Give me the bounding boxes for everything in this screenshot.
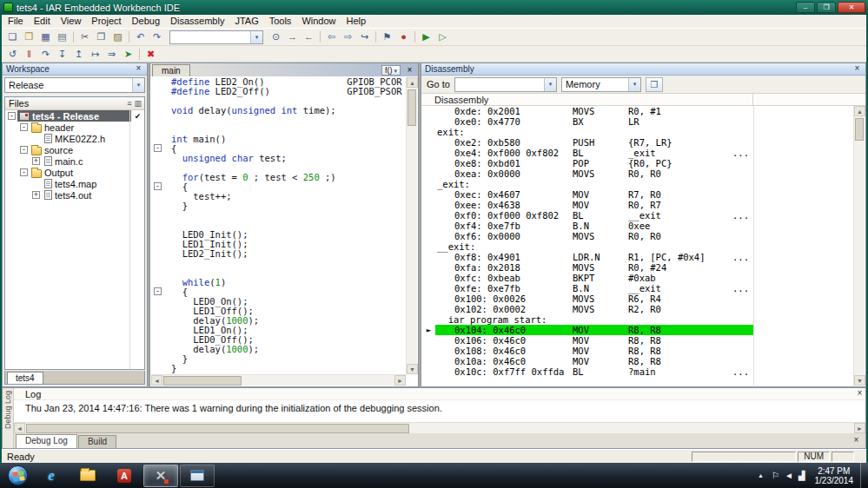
show-hidden-icons-button[interactable]: ▲ <box>752 472 769 478</box>
disassembly-row[interactable]: 0x10c: 0xf7ff 0xffdaBL?main... <box>422 366 853 377</box>
close-icon[interactable]: × <box>851 436 862 445</box>
find-combobox[interactable]: ▾ <box>169 30 263 44</box>
chevron-down-icon[interactable]: ▾ <box>132 78 144 92</box>
tree-item-tets4-map[interactable]: tets4.map <box>5 178 144 189</box>
code-line[interactable] <box>151 211 406 221</box>
step-out-button[interactable]: ↥ <box>70 47 87 62</box>
taskbar-internet-explorer-button[interactable]: e <box>34 465 69 487</box>
code-line[interactable]: LED2_Init(); <box>151 249 406 259</box>
scroll-down-icon[interactable]: ▼ <box>854 375 865 386</box>
log-side-tab[interactable]: Debug Log <box>3 388 14 448</box>
disassembly-row[interactable]: 0xe2: 0xb580PUSH{R7, LR} <box>422 137 853 148</box>
log-tab-build[interactable]: Build <box>78 435 116 448</box>
scroll-right-icon[interactable]: ► <box>854 423 865 433</box>
taskbar-clock[interactable]: 2:47 PM 1/23/2014 <box>808 466 861 485</box>
new-document-button[interactable]: ❏ <box>4 30 21 44</box>
disassembly-row[interactable]: 0xf8: 0x4901LDR.NR1, [PC, #0x4]... <box>422 252 853 262</box>
disassembly-row[interactable]: 0xea: 0x0000MOVSR0, R0 <box>422 168 853 179</box>
workspace-tab-tets4[interactable]: tets4 <box>7 372 43 384</box>
maximize-button[interactable]: ❐ <box>817 2 836 13</box>
editor-horizontal-scrollbar[interactable]: ◄ ► <box>151 374 406 386</box>
toggle-breakpoint-button[interactable]: ● <box>395 30 412 44</box>
code-line[interactable]: } <box>151 201 406 211</box>
disassembly-row[interactable]: 0xe0: 0x4770BXLR <box>422 116 853 127</box>
scrollbar-thumb[interactable] <box>855 118 864 141</box>
menu-window[interactable]: Window <box>296 15 341 28</box>
disassembly-row[interactable]: 0xf0: 0xf000 0xf802BL__exit... <box>422 210 853 221</box>
scrollbar-thumb[interactable] <box>407 89 416 126</box>
disassembly-label-row[interactable]: exit: <box>422 127 853 137</box>
cut-button[interactable]: ✂ <box>76 30 93 44</box>
disassembly-row[interactable]: 0xe8: 0xbd01POP{R0, PC} <box>422 158 853 168</box>
collapse-icon[interactable]: - <box>20 146 28 154</box>
step-over-button[interactable]: ↷ <box>37 47 54 62</box>
menu-tools[interactable]: Tools <box>264 15 297 28</box>
code-line[interactable] <box>151 259 406 268</box>
tree-item-main-c[interactable]: +main.c <box>5 155 144 167</box>
taskbar-iar-window-button[interactable] <box>180 465 215 487</box>
copy-button[interactable]: ❐ <box>93 30 109 44</box>
find-button[interactable]: ⊙ <box>268 30 284 44</box>
collapse-icon[interactable]: - <box>8 112 16 120</box>
expand-icon[interactable]: + <box>32 157 40 165</box>
disassembly-label-row[interactable]: __exit: <box>422 241 853 252</box>
go-to-button[interactable]: ↪ <box>356 30 373 44</box>
disassembly-row[interactable]: 0x102: 0x0002MOVSR2, R0 <box>422 304 853 314</box>
disassembly-row[interactable]: 0xf4: 0xe7fbB.N0xee <box>422 221 853 231</box>
step-into-button[interactable]: ↧ <box>54 47 70 62</box>
close-icon[interactable]: × <box>851 64 863 74</box>
reset-button[interactable]: ↺ <box>4 47 21 62</box>
code-line[interactable]: unsigned char test; <box>151 154 406 163</box>
chevron-down-icon[interactable]: ▾ <box>544 78 556 91</box>
menu-project[interactable]: Project <box>86 15 126 28</box>
scroll-left-icon[interactable]: ◄ <box>14 423 25 433</box>
tree-item-tets4-out[interactable]: +tets4.out <box>5 189 144 201</box>
collapse-icon[interactable]: - <box>154 287 162 295</box>
download-and-debug-button[interactable]: ▶ <box>418 30 434 44</box>
menu-edit[interactable]: Edit <box>29 15 56 28</box>
disassembly-row[interactable]: 0xe4: 0xf000 0xf802BL_exit... <box>422 148 853 158</box>
disassembly-vertical-scrollbar[interactable]: ▲ ▼ <box>853 106 865 386</box>
collapse-icon[interactable]: - <box>154 182 162 190</box>
scroll-right-icon[interactable]: ► <box>394 375 406 386</box>
disassembly-row[interactable]: 0xf6: 0x0000MOVSR0, R0 <box>422 231 853 241</box>
save-button[interactable]: ▦ <box>37 30 54 44</box>
taskbar-iar-embedded-workbench-button[interactable]: ✕ <box>143 465 178 487</box>
scroll-left-icon[interactable]: ◄ <box>151 375 162 386</box>
menu-file[interactable]: File <box>3 15 29 28</box>
break-button[interactable]: ‖ <box>21 47 37 62</box>
disassembly-row[interactable]: 0x100: 0x0026MOVSR6, R4 <box>422 293 853 304</box>
menu-view[interactable]: View <box>56 15 87 28</box>
toggle-bookmark-button[interactable]: ⚑ <box>379 30 395 44</box>
find-next-button[interactable]: → <box>284 30 301 44</box>
collapse-icon[interactable]: - <box>20 168 28 176</box>
stop-debugging-button[interactable]: ✖ <box>142 47 159 62</box>
run-to-cursor-button[interactable]: ⇒ <box>103 47 120 62</box>
scrollbar-thumb[interactable] <box>163 376 242 386</box>
memory-select[interactable]: Memory ▾ <box>561 77 641 92</box>
disassembly-row[interactable]: 0xec: 0x4607MOVR7, R0 <box>422 189 853 200</box>
code-line[interactable]: } <box>151 364 406 373</box>
code-line[interactable]: } <box>151 354 406 364</box>
disassembly-row[interactable]: 0xfe: 0xe7fbB.N__exit... <box>422 283 853 293</box>
undo-button[interactable]: ↶ <box>132 30 149 44</box>
scrollbar-thumb[interactable] <box>26 424 409 433</box>
find-previous-button[interactable]: ← <box>301 30 317 44</box>
log-tab-debug-log[interactable]: Debug Log <box>16 434 77 448</box>
menu-debug[interactable]: Debug <box>127 15 165 28</box>
toggle-mixed-mode-button[interactable]: ❒ <box>646 77 663 92</box>
tree-item-source[interactable]: -source <box>5 144 144 155</box>
redo-button[interactable]: ↷ <box>149 30 165 44</box>
tree-item-header[interactable]: -header <box>5 122 144 133</box>
code-area[interactable]: #define LED2_On() GPIOB_PCOR = #define L… <box>151 77 406 374</box>
close-icon[interactable]: × <box>133 64 144 74</box>
disassembly-row[interactable]: 0x106: 0x46c0MOVR8, R8 <box>422 335 853 346</box>
paste-button[interactable]: ▨ <box>109 30 126 44</box>
next-statement-button[interactable]: ↦ <box>87 47 103 62</box>
chevron-down-icon[interactable]: ▾ <box>250 31 262 43</box>
editor-tab-main[interactable]: main <box>152 64 190 76</box>
menu-jtag[interactable]: JTAG <box>229 15 263 28</box>
scroll-up-icon[interactable]: ▲ <box>854 106 865 116</box>
taskbar-windows-explorer-button[interactable] <box>70 465 105 487</box>
expand-icon[interactable]: + <box>32 191 40 199</box>
